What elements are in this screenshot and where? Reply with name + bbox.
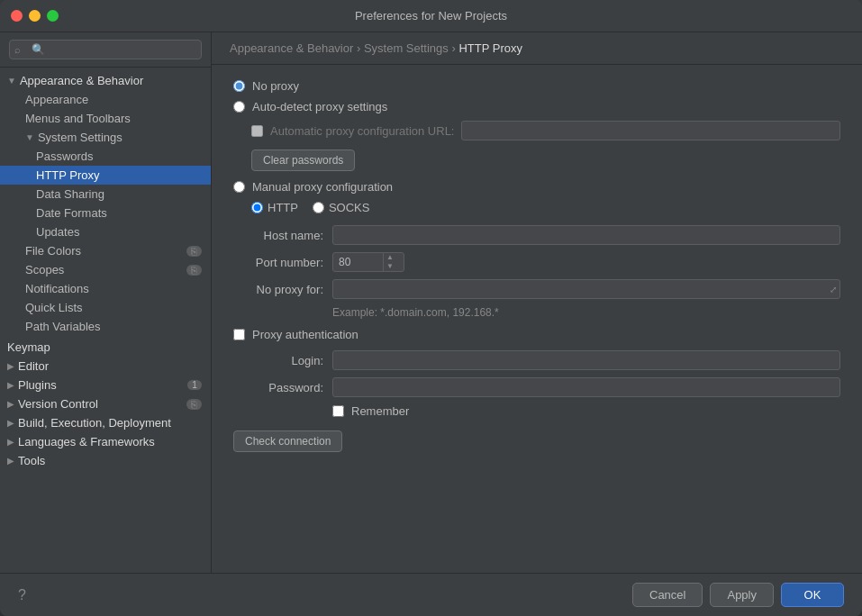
sidebar-item-data-sharing[interactable]: Data Sharing xyxy=(0,185,211,204)
no-proxy-for-input[interactable] xyxy=(332,279,840,299)
minimize-button[interactable] xyxy=(29,10,41,22)
auto-config-input[interactable] xyxy=(461,121,840,140)
sidebar-item-label: Date Formats xyxy=(36,206,107,220)
auto-detect-label[interactable]: Auto-detect proxy settings xyxy=(252,100,387,113)
sidebar-item-languages-frameworks[interactable]: ▶ Languages & Frameworks xyxy=(0,432,211,451)
auto-detect-radio[interactable] xyxy=(233,101,245,113)
auto-config-row: Automatic proxy configuration URL: xyxy=(251,121,840,140)
port-input[interactable] xyxy=(333,253,383,271)
main-content: ⌕ ▼ Appearance & Behavior Appearance Men… xyxy=(0,32,862,573)
sidebar-item-version-control[interactable]: ▶ Version Control ⎘ xyxy=(0,394,211,413)
port-down-button[interactable]: ▼ xyxy=(384,262,396,271)
collapse-arrow: ▶ xyxy=(7,456,14,466)
remember-checkbox[interactable] xyxy=(332,405,344,417)
socks-label[interactable]: SOCKS xyxy=(329,201,370,214)
no-proxy-row: No proxy xyxy=(233,79,840,93)
collapse-arrow: ▼ xyxy=(25,132,34,142)
login-row: Login: xyxy=(233,350,840,370)
sidebar-item-label: Keymap xyxy=(7,340,50,354)
sidebar-item-appearance[interactable]: Appearance xyxy=(0,90,211,109)
sidebar-item-file-colors[interactable]: File Colors ⎘ xyxy=(0,241,211,260)
proxy-auth-checkbox[interactable] xyxy=(233,329,245,340)
breadcrumb-part2: System Settings xyxy=(364,41,449,55)
login-input[interactable] xyxy=(332,350,840,370)
clear-passwords-button[interactable]: Clear passwords xyxy=(251,149,355,171)
sidebar-item-scopes[interactable]: Scopes ⎘ xyxy=(0,260,211,279)
ok-button[interactable]: OK xyxy=(781,583,844,607)
sidebar-item-passwords[interactable]: Passwords xyxy=(0,147,211,166)
collapse-arrow: ▼ xyxy=(7,76,16,86)
sidebar-item-build-execution[interactable]: ▶ Build, Execution, Deployment xyxy=(0,413,211,432)
manual-proxy-label[interactable]: Manual proxy configuration xyxy=(252,180,393,194)
manual-proxy-row: Manual proxy configuration xyxy=(233,180,840,194)
http-radio[interactable] xyxy=(251,202,263,213)
sidebar-item-menus-toolbars[interactable]: Menus and Toolbars xyxy=(0,109,211,128)
sidebar-item-updates[interactable]: Updates xyxy=(0,222,211,241)
check-connection-wrap: Check connection xyxy=(233,430,840,452)
sidebar-item-label: System Settings xyxy=(38,131,122,144)
maximize-button[interactable] xyxy=(47,10,59,22)
titlebar: Preferences for New Projects xyxy=(0,0,862,32)
expand-icon[interactable]: ⤢ xyxy=(830,285,837,294)
proxy-auth-label[interactable]: Proxy authentication xyxy=(252,328,358,341)
port-spinners: ▲ ▼ xyxy=(383,253,396,271)
password-label: Password: xyxy=(233,381,323,394)
page-icon: ⎘ xyxy=(186,265,202,276)
sidebar-item-label: Plugins xyxy=(18,378,57,392)
port-label: Port number: xyxy=(233,256,323,269)
sidebar-item-label: Editor xyxy=(18,359,49,373)
sidebar-item-date-formats[interactable]: Date Formats xyxy=(0,204,211,222)
sidebar-item-keymap[interactable]: Keymap xyxy=(0,338,211,357)
sidebar-item-label: Menus and Toolbars xyxy=(25,112,131,125)
breadcrumb-part1: Appearance & Behavior xyxy=(230,41,353,55)
apply-button[interactable]: Apply xyxy=(710,583,774,607)
sidebar-item-editor[interactable]: ▶ Editor xyxy=(0,357,211,376)
sidebar-item-tools[interactable]: ▶ Tools xyxy=(0,451,211,470)
auto-detect-row: Auto-detect proxy settings xyxy=(233,100,840,113)
sidebar-item-plugins[interactable]: ▶ Plugins 1 xyxy=(0,376,211,394)
footer: ? Cancel Apply OK xyxy=(0,573,862,616)
help-button[interactable]: ? xyxy=(18,587,26,603)
http-label[interactable]: HTTP xyxy=(268,201,298,214)
auto-config-checkbox[interactable] xyxy=(251,125,263,137)
collapse-arrow: ▶ xyxy=(7,380,14,390)
auto-config-label[interactable]: Automatic proxy configuration URL: xyxy=(270,124,454,138)
port-up-button[interactable]: ▲ xyxy=(384,253,396,262)
sidebar-item-notifications[interactable]: Notifications xyxy=(0,279,211,298)
search-input[interactable] xyxy=(9,40,202,59)
password-input[interactable] xyxy=(332,377,840,397)
sidebar-item-quick-lists[interactable]: Quick Lists xyxy=(0,298,211,317)
sidebar-item-label: Updates xyxy=(36,225,79,239)
collapse-arrow: ▶ xyxy=(7,399,14,409)
host-row: Host name: xyxy=(233,225,840,245)
sidebar-item-label: Passwords xyxy=(36,149,94,163)
sidebar-item-label: HTTP Proxy xyxy=(36,168,100,182)
sidebar-item-http-proxy[interactable]: HTTP Proxy xyxy=(0,166,211,185)
sidebar-item-path-variables[interactable]: Path Variables xyxy=(0,317,211,336)
check-connection-button[interactable]: Check connection xyxy=(233,430,342,452)
sidebar-item-label: Scopes xyxy=(25,263,64,276)
sidebar-item-label: File Colors xyxy=(25,244,81,258)
collapse-arrow: ▶ xyxy=(7,437,14,447)
manual-proxy-radio[interactable] xyxy=(233,181,245,193)
port-wrap: ▲ ▼ xyxy=(332,252,404,272)
password-row: Password: xyxy=(233,377,840,397)
close-button[interactable] xyxy=(11,10,23,22)
nav-tree: ▼ Appearance & Behavior Appearance Menus… xyxy=(0,68,211,573)
window-title: Preferences for New Projects xyxy=(355,9,507,23)
page-icon: ⎘ xyxy=(186,399,202,410)
preferences-window: Preferences for New Projects ⌕ ▼ Appeara… xyxy=(0,0,862,616)
cancel-button[interactable]: Cancel xyxy=(632,583,703,607)
remember-label[interactable]: Remember xyxy=(351,404,409,418)
no-proxy-wrap: ⤢ xyxy=(332,279,840,299)
sidebar-item-system-settings[interactable]: ▼ System Settings xyxy=(0,128,211,147)
socks-radio[interactable] xyxy=(313,202,324,213)
no-proxy-label[interactable]: No proxy xyxy=(252,79,299,93)
page-icon: ⎘ xyxy=(186,246,202,257)
host-input[interactable] xyxy=(332,225,840,245)
no-proxy-radio[interactable] xyxy=(233,80,245,92)
login-label: Login: xyxy=(233,354,323,367)
plugins-badge: 1 xyxy=(187,380,202,390)
sidebar-item-appearance-behavior[interactable]: ▼ Appearance & Behavior xyxy=(0,71,211,90)
search-icon: ⌕ xyxy=(14,44,21,55)
